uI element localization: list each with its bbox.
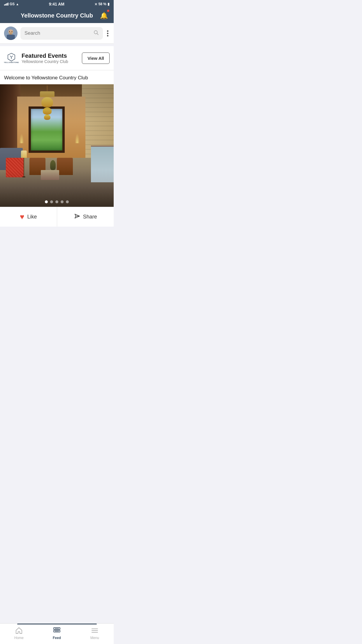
action-row: ♥ Like Share [0, 207, 114, 227]
more-button[interactable] [106, 29, 110, 38]
dot [107, 35, 108, 36]
svg-line-8 [97, 33, 99, 35]
app-header: Yellowstone Country Club 🔔 [0, 8, 114, 23]
welcome-message: Welcome to Yellowstone Country Club [4, 75, 88, 80]
bluetooth-icon: ⨯ [94, 2, 97, 6]
avatar[interactable] [4, 27, 17, 40]
carousel-dot-3[interactable] [55, 200, 58, 203]
status-left: GS ▲ [4, 2, 19, 6]
carousel-dot-2[interactable] [50, 200, 53, 203]
dot [107, 33, 108, 34]
carousel-dot-5[interactable] [66, 200, 69, 203]
dot [107, 30, 108, 32]
wifi-icon: ▲ [16, 2, 19, 6]
share-icon [74, 213, 80, 221]
share-label: Share [83, 214, 97, 220]
like-label: Like [27, 214, 37, 220]
clock: 9:41 AM [49, 2, 64, 6]
carrier-label: GS [10, 2, 15, 6]
yellowstone-logo: YELLOWSTONE [4, 51, 19, 65]
welcome-text: Welcome to Yellowstone Country Club [0, 70, 114, 84]
clubhouse-image [0, 84, 114, 207]
svg-point-5 [12, 31, 13, 32]
photo-overlay [0, 84, 114, 207]
notification-badge [107, 9, 110, 12]
notification-button[interactable]: 🔔 [99, 10, 109, 21]
featured-events-section: YELLOWSTONE Featured Events Yellowstone … [0, 46, 114, 70]
share-button[interactable]: Share [57, 207, 114, 227]
search-row [0, 23, 114, 44]
featured-title: Featured Events [22, 52, 68, 59]
app-title: Yellowstone Country Club [21, 12, 93, 19]
search-input[interactable] [24, 30, 91, 36]
heart-icon: ♥ [20, 212, 24, 221]
search-icon [94, 30, 99, 37]
svg-rect-6 [7, 35, 15, 40]
view-all-button[interactable]: View All [82, 52, 110, 64]
carousel-dots [45, 200, 69, 203]
battery-label: 58 % [99, 2, 106, 6]
bell-icon: 🔔 [100, 12, 108, 20]
status-bar: GS ▲ 9:41 AM ⨯ 58 % ▮ [0, 0, 114, 8]
featured-subtitle: Yellowstone Country Club [22, 59, 68, 64]
signal-icon [4, 3, 8, 6]
carousel-dot-4[interactable] [61, 200, 64, 203]
featured-left: YELLOWSTONE Featured Events Yellowstone … [4, 51, 68, 65]
like-button[interactable]: ♥ Like [0, 207, 57, 227]
search-box[interactable] [20, 27, 103, 40]
svg-point-4 [9, 31, 10, 32]
image-carousel[interactable] [0, 84, 114, 207]
featured-text: Featured Events Yellowstone Country Club [22, 52, 68, 64]
carousel-dot-1[interactable] [45, 200, 48, 203]
avatar-image [4, 27, 17, 40]
status-right: ⨯ 58 % ▮ [94, 2, 110, 6]
battery-icon: ▮ [108, 2, 110, 6]
